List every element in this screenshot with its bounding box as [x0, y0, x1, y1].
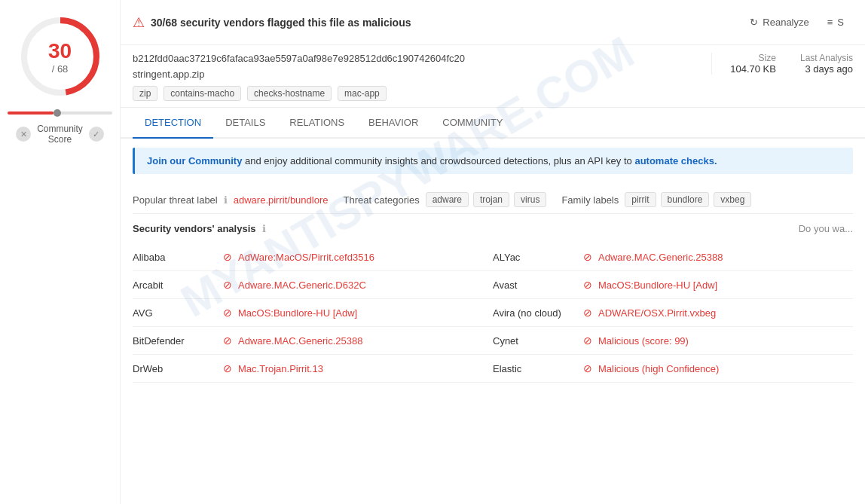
popular-value: adware.pirrit/bundlore — [234, 194, 329, 206]
file-info-left: b212fdd0aac37219c6fafaca93ae5597a0af98e7… — [133, 53, 693, 101]
vendor-name: ALYac — [493, 252, 583, 263]
score-denom: / 68 — [52, 63, 69, 75]
tab-community[interactable]: COMMUNITY — [430, 108, 515, 139]
s-icon: ≡ — [827, 17, 833, 28]
popular-label: Popular threat label — [133, 194, 218, 206]
check-icon[interactable]: ✓ — [89, 127, 104, 142]
file-size: Size 104.70 KB — [730, 53, 776, 75]
vendor-name: Cynet — [493, 335, 583, 347]
do-you-want: Do you wa... — [799, 223, 853, 234]
vendor-row: ALYac ⊘ Adware.MAC.Generic.25388 — [493, 243, 853, 271]
vendors-grid: Alibaba ⊘ AdWare:MacOS/Pirrit.cefd3516Ar… — [133, 243, 853, 383]
score-bar-row — [8, 111, 112, 115]
threat-category-tag: adware — [426, 192, 469, 207]
popular-threat-group: Popular threat label ℹ adware.pirrit/bun… — [133, 194, 328, 206]
reanalyze-icon: ↻ — [750, 17, 758, 28]
vendor-detection[interactable]: Malicious (score: 99) — [598, 335, 689, 347]
family-labels: pirritbundlorevxbeg — [625, 192, 751, 207]
automate-checks-link[interactable]: automate checks. — [634, 155, 717, 166]
vendor-name: Arcabit — [133, 279, 223, 291]
vendor-row: Alibaba ⊘ AdWare:MacOS/Pirrit.cefd3516 — [133, 243, 493, 271]
file-hash: b212fdd0aac37219c6fafaca93ae5597a0af98e7… — [133, 53, 693, 64]
vendor-row: Cynet ⊘ Malicious (score: 99) — [493, 327, 853, 355]
vendors-section: Security vendors' analysis ℹ Do you wa..… — [121, 214, 865, 383]
vendor-threat-icon: ⊘ — [583, 251, 592, 263]
header-bar: ⚠ 30/68 security vendors flagged this fi… — [121, 0, 865, 45]
tab-detection[interactable]: DETECTION — [133, 108, 213, 139]
s-button[interactable]: ≡ S — [818, 12, 853, 32]
content-scroll[interactable]: Join our Community and enjoy additional … — [121, 139, 865, 504]
file-info: b212fdd0aac37219c6fafaca93ae5597a0af98e7… — [121, 45, 865, 108]
vendor-name: DrWeb — [133, 363, 223, 374]
categories-group: Threat categories adwaretrojanvirus — [343, 192, 546, 207]
family-label: Family labels — [561, 194, 619, 206]
vendors-info-icon[interactable]: ℹ — [262, 223, 266, 234]
file-info-right: Size 104.70 KB Last Analysis 3 days ago — [711, 53, 853, 75]
vendor-detection[interactable]: ADWARE/OSX.Pirrit.vxbeg — [598, 307, 716, 319]
vendor-row: Elastic ⊘ Malicious (high Confidence) — [493, 355, 853, 383]
vendor-detection[interactable]: Adware.MAC.Generic.25388 — [238, 335, 362, 347]
vendor-threat-icon: ⊘ — [223, 251, 232, 263]
vendor-name: BitDefender — [133, 335, 223, 347]
threat-categories: adwaretrojanvirus — [426, 192, 547, 207]
vendor-detection[interactable]: Mac.Trojan.Pirrit.13 — [238, 363, 323, 374]
vendor-threat-icon: ⊘ — [223, 279, 232, 291]
join-community-link[interactable]: Join our Community — [147, 155, 242, 166]
sidebar: 30 / 68 ✕ Community Score ✓ — [0, 0, 121, 504]
score-number: 30 — [48, 39, 72, 63]
vendor-threat-icon: ⊘ — [583, 279, 592, 291]
vendor-name: Avira (no cloud) — [493, 307, 583, 319]
file-tag: zip — [133, 86, 157, 101]
family-label-tag: pirrit — [625, 192, 656, 207]
vendor-threat-icon: ⊘ — [583, 307, 592, 319]
vendor-threat-icon: ⊘ — [223, 307, 232, 319]
vendors-col-right: ALYac ⊘ Adware.MAC.Generic.25388Avast ⊘ … — [493, 243, 853, 383]
vendor-detection[interactable]: MacOS:Bundlore-HU [Adw] — [598, 279, 717, 291]
vendor-row: DrWeb ⊘ Mac.Trojan.Pirrit.13 — [133, 355, 493, 383]
score-circle: 30 / 68 — [19, 15, 102, 98]
vendors-header: Security vendors' analysis ℹ Do you wa..… — [133, 223, 853, 234]
vendor-detection[interactable]: Adware.MAC.Generic.D632C — [238, 279, 366, 291]
tab-behavior[interactable]: BEHAVIOR — [356, 108, 430, 139]
vendor-threat-icon: ⊘ — [223, 362, 232, 374]
community-banner: Join our Community and enjoy additional … — [133, 148, 853, 174]
vendor-row: BitDefender ⊘ Adware.MAC.Generic.25388 — [133, 327, 493, 355]
family-group: Family labels pirritbundlorevxbeg — [561, 192, 751, 207]
vendor-row: Arcabit ⊘ Adware.MAC.Generic.D632C — [133, 271, 493, 299]
vendor-row: Avast ⊘ MacOS:Bundlore-HU [Adw] — [493, 271, 853, 299]
popular-info-icon[interactable]: ℹ — [224, 194, 228, 206]
tabs: DETECTIONDETAILSRELATIONSBEHAVIORCOMMUNI… — [121, 108, 865, 139]
content-area: ⚠ 30/68 security vendors flagged this fi… — [121, 0, 865, 504]
vendor-row: Avira (no cloud) ⊘ ADWARE/OSX.Pirrit.vxb… — [493, 299, 853, 327]
tab-relations[interactable]: RELATIONS — [277, 108, 356, 139]
vendor-name: AVG — [133, 307, 223, 319]
file-tag: checks-hostname — [247, 86, 332, 101]
threat-section: Popular threat label ℹ adware.pirrit/bun… — [121, 183, 865, 213]
vendor-threat-icon: ⊘ — [223, 334, 232, 347]
vendor-name: Alibaba — [133, 252, 223, 263]
file-tag: contains-macho — [164, 86, 241, 101]
vendors-title: Security vendors' analysis — [133, 223, 256, 234]
vendor-name: Elastic — [493, 363, 583, 374]
vendor-detection[interactable]: Adware.MAC.Generic.25388 — [598, 252, 723, 263]
vendor-name: Avast — [493, 279, 583, 291]
vendor-detection[interactable]: AdWare:MacOS/Pirrit.cefd3516 — [238, 252, 374, 263]
community-label: Community Score — [37, 124, 83, 145]
vendors-col-left: Alibaba ⊘ AdWare:MacOS/Pirrit.cefd3516Ar… — [133, 243, 493, 383]
threat-category-tag: virus — [514, 192, 546, 207]
vendor-detection[interactable]: MacOS:Bundlore-HU [Adw] — [238, 307, 357, 319]
community-row: ✕ Community Score ✓ — [16, 124, 104, 145]
threat-category-tag: trojan — [473, 192, 509, 207]
last-analysis: Last Analysis 3 days ago — [800, 53, 853, 75]
alert-text: 30/68 security vendors flagged this file… — [151, 17, 741, 29]
vendor-detection[interactable]: Malicious (high Confidence) — [598, 363, 719, 374]
vendor-threat-icon: ⊘ — [583, 362, 592, 374]
file-name: stringent.app.zip — [133, 69, 693, 80]
vendor-row: AVG ⊘ MacOS:Bundlore-HU [Adw] — [133, 299, 493, 327]
family-label-tag: vxbeg — [714, 192, 751, 207]
threat-row: Popular threat label ℹ adware.pirrit/bun… — [133, 192, 853, 207]
tags-row: zipcontains-machochecks-hostnamemac-app — [133, 86, 693, 101]
tab-details[interactable]: DETAILS — [213, 108, 277, 139]
x-icon[interactable]: ✕ — [16, 127, 31, 142]
reanalyze-button[interactable]: ↻ Reanalyze — [741, 12, 818, 32]
